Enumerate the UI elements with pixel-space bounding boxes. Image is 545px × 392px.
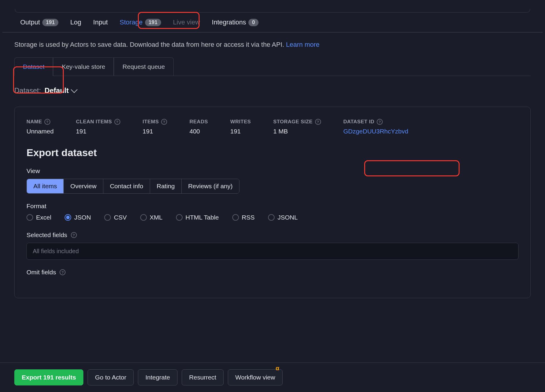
tab-integrations[interactable]: Integrations 0 — [212, 18, 259, 26]
meta-dataset-id: DATASET ID? GDzgeDUU3RhcYzbvd — [343, 119, 408, 135]
radio-icon — [65, 214, 71, 221]
radio-icon — [268, 214, 275, 221]
help-icon[interactable]: ? — [114, 119, 120, 125]
meta-writes-value: 191 — [230, 128, 251, 135]
help-icon[interactable]: ? — [71, 232, 77, 238]
view-tab-all-items[interactable]: All items — [27, 179, 64, 193]
format-label: Format — [27, 203, 518, 210]
tab-storage[interactable]: Storage 191 — [120, 18, 161, 26]
radio-icon — [104, 214, 111, 221]
dataset-panel: NAME? Unnamed CLEAN ITEMS? 191 ITEMS? 19… — [14, 107, 531, 298]
selected-fields-label: Selected fields ? — [27, 231, 518, 239]
omit-fields-label: Omit fields ? — [27, 269, 518, 276]
tab-output[interactable]: Output 191 — [20, 18, 58, 26]
sub-tab-request-queue[interactable]: Request queue — [114, 57, 173, 76]
tab-output-label: Output — [20, 18, 40, 26]
view-tab-reviews[interactable]: Reviews (if any) — [182, 179, 239, 193]
view-tab-rating[interactable]: Rating — [150, 179, 182, 193]
format-row: Excel JSON CSV XML HTML Table RSS JSONL — [27, 214, 518, 221]
meta-name-value: Unnamed — [27, 128, 54, 135]
tab-storage-badge: 191 — [145, 19, 161, 26]
export-heading: Export dataset — [27, 147, 518, 158]
help-icon[interactable]: ? — [315, 119, 321, 125]
intro-text: Storage is used by Actors to save data. … — [14, 41, 286, 48]
meta-items-value: 191 — [143, 128, 167, 135]
sub-tab-kv-store[interactable]: Key-value store — [53, 57, 114, 76]
tab-integrations-label: Integrations — [212, 18, 246, 26]
workflow-view-button[interactable]: α Workflow view — [228, 369, 283, 385]
format-rss[interactable]: RSS — [232, 214, 255, 221]
format-jsonl[interactable]: JSONL — [268, 214, 298, 221]
export-results-button[interactable]: Export 191 results — [14, 369, 83, 385]
tab-output-badge: 191 — [42, 19, 58, 26]
format-xml[interactable]: XML — [140, 214, 163, 221]
radio-icon — [27, 214, 33, 221]
tab-storage-label: Storage — [120, 18, 143, 26]
integrate-button[interactable]: Integrate — [138, 369, 177, 385]
format-json[interactable]: JSON — [65, 214, 91, 221]
meta-clean-items: CLEAN ITEMS? 191 — [76, 119, 120, 135]
help-icon[interactable]: ? — [377, 119, 383, 125]
dataset-selector-label: Dataset: — [14, 86, 41, 95]
selected-fields-input[interactable]: All fields included — [27, 243, 518, 260]
format-excel[interactable]: Excel — [27, 214, 51, 221]
storage-sub-tabs: Dataset Key-value store Request queue — [14, 57, 531, 76]
sub-tab-dataset[interactable]: Dataset — [14, 57, 53, 76]
dataset-meta-row: NAME? Unnamed CLEAN ITEMS? 191 ITEMS? 19… — [27, 119, 518, 135]
resurrect-button[interactable]: Resurrect — [182, 369, 224, 385]
radio-icon — [176, 214, 183, 221]
meta-storage-size-value: 1 MB — [273, 128, 321, 135]
meta-clean-items-value: 191 — [76, 128, 120, 135]
format-html-table[interactable]: HTML Table — [176, 214, 219, 221]
top-bar-fragment — [15, 9, 530, 13]
meta-name: NAME? Unnamed — [27, 119, 54, 135]
help-icon[interactable]: ? — [60, 269, 66, 275]
tab-input-label: Input — [93, 18, 108, 26]
storage-intro: Storage is used by Actors to save data. … — [0, 41, 545, 49]
view-tab-overview[interactable]: Overview — [64, 179, 103, 193]
radio-icon — [140, 214, 147, 221]
meta-items: ITEMS? 191 — [143, 119, 167, 135]
tab-integrations-badge: 0 — [248, 19, 259, 26]
view-tab-contact-info[interactable]: Contact info — [103, 179, 150, 193]
main-tabs: Output 191 Log Input Storage 191 Live vi… — [2, 18, 543, 32]
tab-log[interactable]: Log — [70, 18, 81, 26]
format-csv[interactable]: CSV — [104, 214, 127, 221]
learn-more-link[interactable]: Learn more — [286, 41, 320, 48]
dataset-selector-value[interactable]: Default — [44, 86, 76, 95]
tab-input[interactable]: Input — [93, 18, 108, 26]
tab-log-label: Log — [70, 18, 81, 26]
tab-live-view-label: Live view — [173, 18, 200, 26]
meta-dataset-id-value[interactable]: GDzgeDUU3RhcYzbvd — [343, 128, 408, 135]
dataset-selector[interactable]: Dataset: Default — [0, 86, 545, 95]
chevron-down-icon — [71, 86, 77, 93]
go-to-actor-button[interactable]: Go to Actor — [88, 369, 134, 385]
meta-writes: WRITES 191 — [230, 119, 251, 135]
help-icon[interactable]: ? — [44, 119, 50, 125]
help-icon[interactable]: ? — [161, 119, 167, 125]
bottom-action-bar: Export 191 results Go to Actor Integrate… — [0, 363, 545, 392]
alpha-badge: α — [276, 365, 279, 372]
meta-reads: READS 400 — [189, 119, 208, 135]
view-tabs: All items Overview Contact info Rating R… — [27, 179, 239, 194]
view-label: View — [27, 167, 518, 175]
meta-reads-value: 400 — [189, 128, 208, 135]
meta-storage-size: STORAGE SIZE? 1 MB — [273, 119, 321, 135]
radio-icon — [232, 214, 239, 221]
tab-live-view[interactable]: Live view — [173, 18, 200, 26]
